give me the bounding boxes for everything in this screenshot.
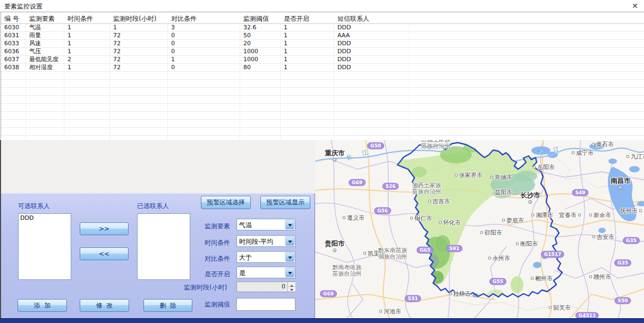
table-cell[interactable]: 1 — [110, 24, 168, 31]
table-cell[interactable] — [240, 128, 281, 135]
table-cell[interactable] — [1, 80, 26, 87]
table-row[interactable] — [1, 128, 644, 136]
table-cell[interactable]: 相对湿度 — [26, 64, 64, 71]
table-cell[interactable]: DDD — [334, 40, 410, 47]
table-cell[interactable] — [281, 104, 334, 111]
table-cell[interactable]: 6030 — [1, 24, 26, 31]
table-cell[interactable] — [168, 112, 240, 119]
table-cell[interactable] — [334, 104, 410, 111]
table-cell[interactable] — [110, 80, 168, 87]
table-cell[interactable]: DDD — [334, 64, 410, 71]
chevron-down-icon[interactable] — [285, 236, 294, 246]
table-cell[interactable] — [168, 128, 240, 135]
table-cell[interactable] — [1, 72, 26, 79]
table-cell[interactable] — [110, 120, 168, 127]
table-row[interactable] — [1, 72, 644, 80]
table-row[interactable] — [1, 88, 644, 96]
table-cell[interactable]: 50 — [240, 32, 281, 39]
table-cell[interactable] — [168, 80, 240, 87]
table-cell[interactable] — [26, 120, 64, 127]
table-row[interactable] — [1, 80, 644, 88]
table-cell[interactable] — [1, 120, 26, 127]
move-right-button[interactable]: >> — [80, 222, 129, 235]
table-row[interactable]: 6033风速1720201DDD — [1, 40, 644, 48]
table-cell[interactable] — [64, 136, 110, 139]
table-cell[interactable] — [281, 88, 334, 95]
table-cell[interactable] — [240, 72, 281, 79]
table-cell[interactable]: DDD — [334, 48, 410, 55]
list-item[interactable]: DDD — [19, 214, 71, 222]
table-cell[interactable] — [334, 120, 410, 127]
table-row[interactable] — [1, 136, 644, 139]
table-cell[interactable] — [240, 80, 281, 87]
table-cell[interactable] — [110, 96, 168, 103]
table-cell[interactable] — [240, 120, 281, 127]
table-cell[interactable] — [1, 96, 26, 103]
table-cell[interactable] — [1, 128, 26, 135]
table-cell[interactable] — [1, 88, 26, 95]
table-cell[interactable]: DDD — [334, 24, 410, 31]
column-header[interactable]: 短信联系人 — [334, 12, 410, 23]
table-cell[interactable]: 雨量 — [26, 32, 64, 39]
compare-condition-combobox[interactable]: 大于 — [236, 251, 295, 263]
table-cell[interactable] — [281, 128, 334, 135]
table-cell[interactable]: 1000 — [240, 56, 281, 63]
table-cell[interactable]: 6031 — [1, 32, 26, 39]
column-header[interactable]: 监测阈值 — [240, 12, 281, 23]
warning-area-map[interactable]: 重庆市贵阳市长沙市南昌市遵义市凯里市河池市桂林市张家界市吉首市铜仁市怀化市常德市… — [315, 140, 644, 318]
table-cell[interactable] — [1, 136, 26, 139]
table-cell[interactable]: 72 — [110, 40, 168, 47]
column-header[interactable]: 监测要素 — [26, 12, 64, 23]
table-cell[interactable] — [168, 120, 240, 127]
table-cell[interactable] — [64, 112, 110, 119]
table-cell[interactable]: 风速 — [26, 40, 64, 47]
table-cell[interactable] — [110, 88, 168, 95]
table-cell[interactable]: 80 — [240, 64, 281, 71]
table-cell[interactable]: 气压 — [26, 48, 64, 55]
selected-contacts-listbox[interactable] — [137, 213, 190, 280]
column-header[interactable]: 对比条件 — [168, 12, 240, 23]
table-cell[interactable] — [334, 80, 410, 87]
table-cell[interactable] — [64, 120, 110, 127]
table-cell[interactable]: 1 — [64, 64, 110, 71]
table-cell[interactable] — [64, 72, 110, 79]
spinner-down-icon[interactable] — [288, 287, 295, 292]
table-cell[interactable] — [26, 112, 64, 119]
table-cell[interactable]: 1 — [64, 24, 110, 31]
enabled-combobox[interactable]: 是 — [236, 267, 295, 278]
threshold-input[interactable] — [236, 298, 295, 311]
table-cell[interactable] — [281, 120, 334, 127]
table-cell[interactable] — [26, 128, 64, 135]
element-combobox[interactable]: 气温 — [236, 219, 295, 230]
table-cell[interactable]: DDD — [334, 56, 410, 63]
table-row[interactable] — [1, 112, 644, 120]
table-cell[interactable] — [334, 88, 410, 95]
table-cell[interactable]: 2 — [64, 56, 110, 63]
column-header[interactable]: 编 号 — [1, 12, 26, 23]
table-cell[interactable]: 1 — [281, 40, 334, 47]
table-cell[interactable]: 0 — [168, 64, 240, 71]
table-cell[interactable] — [168, 88, 240, 95]
table-cell[interactable]: 1 — [64, 32, 110, 39]
table-cell[interactable]: 32.6 — [240, 24, 281, 31]
column-header[interactable]: 是否开启 — [281, 12, 334, 23]
table-cell[interactable]: 72 — [110, 32, 168, 39]
table-cell[interactable]: 6037 — [1, 56, 26, 63]
table-cell[interactable] — [64, 80, 110, 87]
table-cell[interactable]: 3 — [168, 24, 240, 31]
table-cell[interactable] — [281, 72, 334, 79]
table-cell[interactable] — [334, 72, 410, 79]
table-cell[interactable] — [110, 128, 168, 135]
table-cell[interactable] — [1, 104, 26, 111]
table-cell[interactable] — [26, 80, 64, 87]
table-cell[interactable]: 20 — [240, 40, 281, 47]
table-cell[interactable] — [26, 88, 64, 95]
close-icon[interactable]: ✕ — [630, 1, 640, 11]
table-cell[interactable] — [334, 96, 410, 103]
table-row[interactable]: 6038相对湿度1720801DDD — [1, 64, 644, 72]
table-cell[interactable] — [168, 136, 240, 139]
table-cell[interactable]: 最低能见度 — [26, 56, 64, 63]
table-cell[interactable] — [1, 112, 26, 119]
column-header[interactable]: 时间条件 — [64, 12, 110, 23]
table-row[interactable]: 6036气压172010001DDD — [1, 48, 644, 56]
